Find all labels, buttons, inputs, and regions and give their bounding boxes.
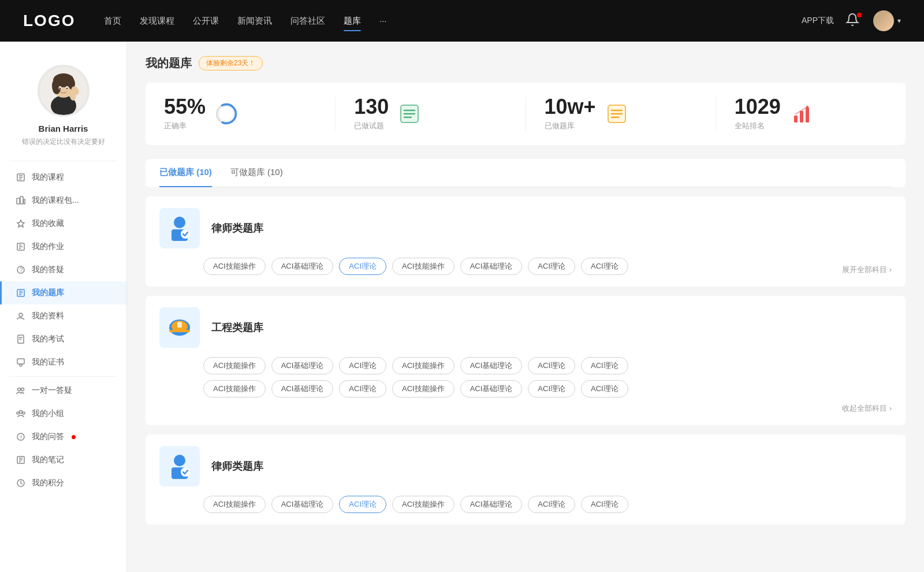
sidebar-item-points[interactable]: 我的积分 xyxy=(0,471,126,495)
bank-tag[interactable]: ACI技能操作 xyxy=(203,258,266,275)
exams-label: 我的考试 xyxy=(32,334,64,344)
sidebar-item-groups[interactable]: 我的小组 xyxy=(0,402,126,425)
doubts-icon: ? xyxy=(16,265,26,275)
sidebar-item-question-bank[interactable]: 我的题库 xyxy=(0,281,126,304)
bank-tag[interactable]: ACI理论 xyxy=(528,496,575,513)
bank-tag[interactable]: ACI理论 xyxy=(528,258,575,275)
lawyer-icon-svg-2 xyxy=(163,450,196,482)
sidebar-item-favorites[interactable]: 我的收藏 xyxy=(0,212,126,235)
bank-tag-selected[interactable]: ACI理论 xyxy=(339,258,386,275)
stat-label-correct: 正确率 xyxy=(164,121,206,131)
bank-tag[interactable]: ACI基础理论 xyxy=(271,496,334,513)
bank-tag[interactable]: ACI理论 xyxy=(339,380,386,398)
nav-qa[interactable]: 问答社区 xyxy=(290,13,325,29)
bank-tag[interactable]: ACI基础理论 xyxy=(271,258,334,275)
nav-right: APP下载 ▾ xyxy=(802,10,901,31)
main-content: 我的题库 体验剩余23天！ 55% 正确率 xyxy=(127,42,924,572)
sidebar-item-doubts[interactable]: ? 我的答疑 xyxy=(0,258,126,281)
question-bank-icon xyxy=(16,288,26,298)
expand-button-1[interactable]: 展开全部科目 › xyxy=(842,265,892,275)
sidebar-item-homework[interactable]: 我的作业 xyxy=(0,235,126,258)
stat-banks-done: 10w+ 已做题库 xyxy=(545,96,716,131)
nav-home[interactable]: 首页 xyxy=(104,13,121,29)
bank-tag[interactable]: ACI理论 xyxy=(528,380,575,398)
bank-tags-row-engineer-2: ACI技能操作 ACI基础理论 ACI理论 ACI技能操作 ACI基础理论 AC… xyxy=(159,380,892,398)
certificates-icon xyxy=(16,357,26,367)
bank-title-lawyer-1: 律师类题库 xyxy=(211,221,263,235)
bank-tag[interactable]: ACI理论 xyxy=(581,380,628,398)
sidebar-item-courses[interactable]: 我的课程 xyxy=(0,166,126,189)
tab-available-banks[interactable]: 可做题库 (10) xyxy=(230,159,283,187)
bank-tag[interactable]: ACI基础理论 xyxy=(460,496,523,513)
tab-done-banks[interactable]: 已做题库 (10) xyxy=(159,159,212,187)
profile-label: 我的资料 xyxy=(32,311,64,321)
svg-rect-26 xyxy=(17,359,24,364)
svg-point-27 xyxy=(20,364,22,366)
course-packages-label: 我的课程包... xyxy=(32,195,79,206)
sidebar-item-my-qa[interactable]: ? 我的问答 xyxy=(0,425,126,448)
svg-point-30 xyxy=(21,388,24,391)
correct-rate-icon xyxy=(215,102,238,125)
bank-tag[interactable]: ACI理论 xyxy=(581,258,628,275)
svg-rect-52 xyxy=(800,111,803,122)
lawyer-icon-svg xyxy=(163,212,196,244)
bank-tag[interactable]: ACI理论 xyxy=(528,357,575,374)
sidebar-item-1on1[interactable]: 一对一答疑 xyxy=(0,379,126,402)
my-qa-icon: ? xyxy=(16,432,26,442)
avatar-image xyxy=(873,10,894,31)
sidebar-item-profile[interactable]: 我的资料 xyxy=(0,304,126,328)
bank-tag[interactable]: ACI技能操作 xyxy=(392,357,454,374)
bank-tag[interactable]: ACI技能操作 xyxy=(392,258,454,275)
user-avatar-button[interactable]: ▾ xyxy=(873,10,901,31)
collapse-button[interactable]: 收起全部科目 › xyxy=(203,403,892,414)
bank-title-engineer: 工程类题库 xyxy=(211,321,263,335)
bank-tag[interactable]: ACI基础理论 xyxy=(271,380,334,398)
sidebar-item-certificates[interactable]: 我的证书 xyxy=(0,351,126,374)
nav-more[interactable]: ··· xyxy=(379,13,387,29)
bank-tag[interactable]: ACI基础理论 xyxy=(271,357,334,374)
homework-label: 我的作业 xyxy=(32,242,64,252)
bank-list: 律师类题库 ACI技能操作 ACI基础理论 ACI理论 ACI技能操作 ACI基… xyxy=(146,196,906,525)
profile-name: Brian Harris xyxy=(9,124,117,133)
sidebar-item-notes[interactable]: 我的笔记 xyxy=(0,448,126,471)
bank-tag[interactable]: ACI技能操作 xyxy=(203,380,266,398)
profile-avatar-image xyxy=(39,66,88,115)
svg-point-4 xyxy=(52,78,61,94)
nav-question-bank[interactable]: 题库 xyxy=(344,13,361,29)
sidebar-item-exams[interactable]: 我的考试 xyxy=(0,328,126,351)
bank-card-lawyer-2: 律师类题库 ACI技能操作 ACI基础理论 ACI理论 ACI技能操作 ACI基… xyxy=(146,434,906,525)
nav-open-course[interactable]: 公开课 xyxy=(193,13,219,29)
navbar: LOGO 首页 发现课程 公开课 新闻资讯 问答社区 题库 ··· APP下载 … xyxy=(0,0,924,42)
question-bank-label: 我的题库 xyxy=(32,288,64,298)
sidebar-item-course-packages[interactable]: 我的课程包... xyxy=(0,189,126,212)
list-yellow-icon xyxy=(606,103,628,125)
ranking-icon xyxy=(790,102,813,125)
bank-tag[interactable]: ACI理论 xyxy=(581,357,628,374)
bank-tag[interactable]: ACI技能操作 xyxy=(203,496,266,513)
notification-dot xyxy=(857,13,862,17)
svg-point-54 xyxy=(806,106,808,108)
bank-tag[interactable]: ACI技能操作 xyxy=(203,357,266,374)
bank-tag[interactable]: ACI基础理论 xyxy=(460,357,523,374)
courses-label: 我的课程 xyxy=(32,172,64,183)
logo: LOGO xyxy=(23,12,81,30)
nav-links: 首页 发现课程 公开课 新闻资讯 问答社区 题库 ··· xyxy=(104,13,778,29)
bank-tag[interactable]: ACI基础理论 xyxy=(460,380,523,398)
bell-button[interactable] xyxy=(845,13,862,29)
bank-tag[interactable]: ACI理论 xyxy=(581,496,628,513)
bar-chart-red-icon xyxy=(791,103,813,125)
bank-tag[interactable]: ACI技能操作 xyxy=(392,380,454,398)
list-green-icon xyxy=(398,103,420,125)
bank-tag-selected[interactable]: ACI理论 xyxy=(339,496,386,513)
bank-tag[interactable]: ACI理论 xyxy=(339,357,386,374)
bank-tag[interactable]: ACI技能操作 xyxy=(392,496,454,513)
points-icon xyxy=(16,478,26,488)
svg-rect-51 xyxy=(794,116,798,122)
profile-section: Brian Harris 错误的决定比没有决定要好 xyxy=(0,53,126,161)
app-download-link[interactable]: APP下载 xyxy=(802,16,834,26)
nav-discover[interactable]: 发现课程 xyxy=(140,13,174,29)
bank-tags-row-3: ACI技能操作 ACI基础理论 ACI理论 ACI技能操作 ACI基础理论 AC… xyxy=(159,496,892,513)
nav-news[interactable]: 新闻资讯 xyxy=(237,13,272,29)
bank-tag[interactable]: ACI基础理论 xyxy=(460,258,523,275)
svg-marker-19 xyxy=(17,220,24,227)
